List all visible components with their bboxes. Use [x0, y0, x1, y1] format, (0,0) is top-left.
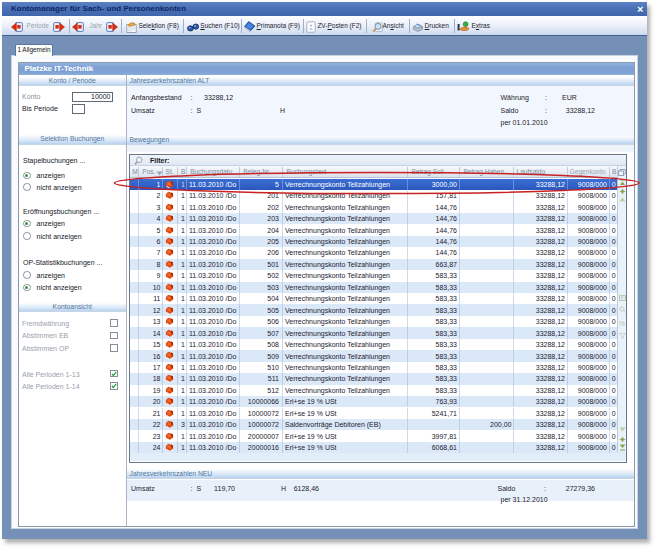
svg-text:%: %	[619, 320, 625, 327]
